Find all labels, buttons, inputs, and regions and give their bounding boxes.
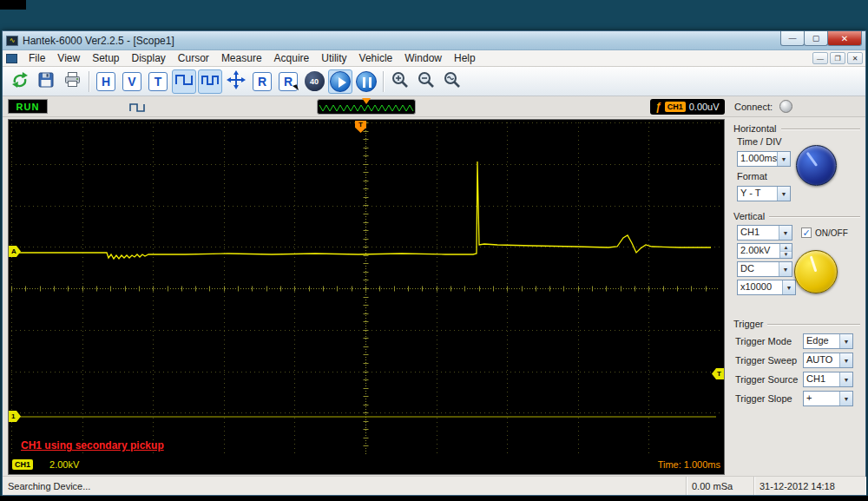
minimize-button[interactable]: — [780, 31, 805, 46]
pause-button[interactable] [354, 69, 378, 94]
zoom-in-button[interactable] [388, 69, 412, 94]
spin-down-icon[interactable]: ▼ [780, 252, 792, 259]
zoom-in-icon [391, 70, 410, 93]
xy-mode-button[interactable] [224, 69, 248, 94]
trigger-source-select[interactable]: CH1 ▼ [803, 372, 853, 387]
waveform-mode2-button[interactable] [198, 69, 222, 94]
save-button[interactable] [34, 69, 58, 94]
trigger-channel-badge: CH1 [665, 102, 686, 112]
menu-help[interactable]: Help [448, 51, 482, 65]
trigger-slope-select[interactable]: + ▼ [803, 391, 853, 406]
zoom-out-button[interactable] [414, 69, 438, 94]
vertical-knob[interactable] [794, 250, 838, 293]
trigger-source-value: CH1 [804, 372, 839, 386]
menu-acquire[interactable]: Acquire [268, 51, 316, 65]
print-icon [63, 70, 82, 92]
dropdown-arrow-icon[interactable]: ▼ [777, 187, 790, 201]
menu-cursor[interactable]: Cursor [172, 51, 215, 65]
toolbar-separator [383, 71, 384, 92]
volts-div-stepper[interactable]: 2.00kV ▲ ▼ [737, 243, 792, 259]
coupling-select[interactable]: DC ▼ [737, 261, 792, 277]
vertical-panel-button[interactable]: V [120, 69, 144, 94]
format-select[interactable]: Y - T ▼ [737, 186, 791, 201]
horizontal-icon: H [96, 72, 115, 91]
dropdown-arrow-icon[interactable]: ▼ [782, 280, 795, 294]
menu-measure[interactable]: Measure [215, 51, 268, 65]
waveform-preview[interactable] [317, 99, 416, 115]
dropdown-arrow-icon[interactable]: ▼ [839, 353, 852, 367]
autoset-button[interactable]: 40 [302, 69, 326, 94]
menu-bar: File View Setup Display Cursor Measure A… [3, 50, 865, 67]
zoom-wave-button[interactable] [440, 69, 464, 94]
vertical-icon: V [122, 72, 141, 91]
horizontal-panel-button[interactable]: H [94, 69, 118, 94]
save-icon [37, 71, 55, 92]
reference-cursor-button[interactable]: R [276, 69, 300, 94]
trigger-panel-button[interactable]: T [146, 69, 170, 94]
trigger-mode-value: Edge [804, 334, 839, 348]
close-button[interactable]: ✕ [827, 31, 862, 46]
print-button[interactable] [60, 69, 84, 94]
scope-display[interactable]: A 1 T T CH1 using secondary pickup CH1 2… [8, 119, 725, 475]
coupling-value: DC [738, 262, 779, 276]
time-per-div: Time: 1.000ms [658, 459, 720, 470]
dropdown-arrow-icon[interactable]: ▼ [839, 334, 852, 348]
load-button[interactable] [8, 69, 32, 94]
datetime: 31-12-2012 14:18 [754, 477, 865, 495]
maximize-button[interactable]: ▢ [804, 31, 828, 46]
volts-div-value: 2.00kV [738, 244, 779, 258]
child-restore-button[interactable]: ❐ [830, 52, 845, 64]
preview-trigger-marker[interactable] [362, 98, 371, 104]
trigger-group-title: Trigger [733, 319, 763, 329]
dropdown-arrow-icon[interactable]: ▼ [839, 372, 852, 386]
start-button[interactable] [328, 69, 352, 94]
trigger-level-value: 0.00uV [689, 102, 720, 112]
menu-file[interactable]: File [23, 51, 51, 65]
title-bar[interactable]: ∿ Hantek-6000 Ver2.2.5 - [Scope1] — ▢ ✕ [3, 31, 865, 50]
menu-window[interactable]: Window [398, 51, 448, 65]
menu-display[interactable]: Display [126, 51, 172, 65]
ch1-readout-badge: CH1 [12, 459, 33, 470]
trigger-level-icon: ƒ [655, 101, 661, 113]
device-status: Searching Device... [3, 477, 687, 495]
trigger-slope-value: + [804, 392, 839, 405]
window-title: Hantek-6000 Ver2.2.5 - [Scope1] [23, 35, 174, 47]
child-minimize-button[interactable]: — [812, 52, 828, 64]
dropdown-arrow-icon[interactable]: ▼ [777, 152, 790, 166]
spin-up-icon[interactable]: ▲ [780, 244, 792, 252]
onoff-checkbox[interactable]: ✓ [801, 227, 812, 238]
horizontal-knob[interactable] [796, 145, 837, 186]
time-div-value: 1.000ms [738, 152, 777, 166]
menu-vehicle[interactable]: Vehicle [353, 51, 399, 65]
time-div-label: Time / DIV [728, 135, 865, 148]
vertical-group-title: Vertical [733, 211, 765, 221]
menu-utility[interactable]: Utility [315, 51, 352, 65]
trigger-edge-icon [129, 101, 145, 116]
probe-attenuation-select[interactable]: x10000 ▼ [737, 280, 796, 295]
reference-icon: R [253, 72, 272, 91]
trigger-mode-select[interactable]: Edge ▼ [803, 333, 853, 349]
waveform-mode-button[interactable] [172, 69, 196, 94]
pause-icon [356, 71, 377, 92]
volts-per-div: 2.00kV [49, 459, 79, 470]
app-window: ∿ Hantek-6000 Ver2.2.5 - [Scope1] — ▢ ✕ … [2, 30, 866, 496]
dropdown-arrow-icon[interactable]: ▼ [779, 226, 792, 240]
reference-button[interactable]: R [250, 69, 274, 94]
menu-view[interactable]: View [51, 51, 86, 65]
toolbar-separator [89, 71, 89, 92]
trigger-sweep-select[interactable]: AUTO ▼ [803, 353, 853, 368]
ch1-trace [16, 162, 711, 259]
connect-indicator[interactable] [779, 100, 792, 113]
trigger-slope-label: Trigger Slope [735, 393, 803, 404]
trigger-mode-label: Trigger Mode [735, 336, 803, 346]
child-close-button[interactable]: ✕ [847, 52, 863, 64]
graticule [11, 122, 720, 454]
dropdown-arrow-icon[interactable]: ▼ [779, 262, 792, 276]
load-icon [10, 70, 30, 93]
channel-select[interactable]: CH1 ▼ [737, 225, 792, 241]
format-value: Y - T [738, 187, 777, 201]
time-div-select[interactable]: 1.000ms ▼ [737, 151, 791, 167]
autoset-icon: 40 [305, 71, 325, 91]
dropdown-arrow-icon[interactable]: ▼ [839, 392, 852, 405]
menu-setup[interactable]: Setup [86, 51, 125, 65]
